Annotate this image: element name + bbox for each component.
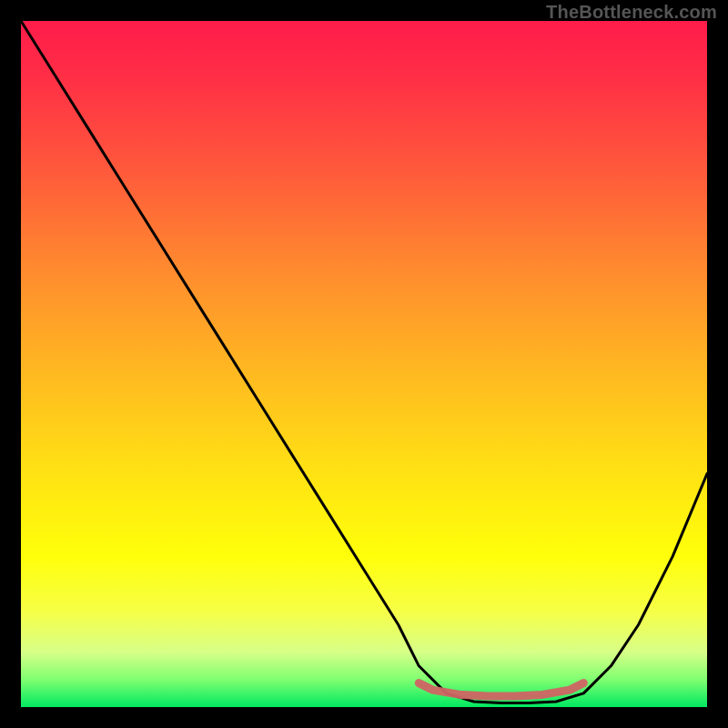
curve-layer — [21, 21, 707, 707]
flat-band-path — [419, 683, 583, 696]
watermark-text: TheBottleneck.com — [546, 2, 717, 23]
bottleneck-curve-path — [21, 21, 707, 703]
chart-frame: TheBottleneck.com — [0, 0, 728, 728]
plot-area — [21, 21, 707, 707]
